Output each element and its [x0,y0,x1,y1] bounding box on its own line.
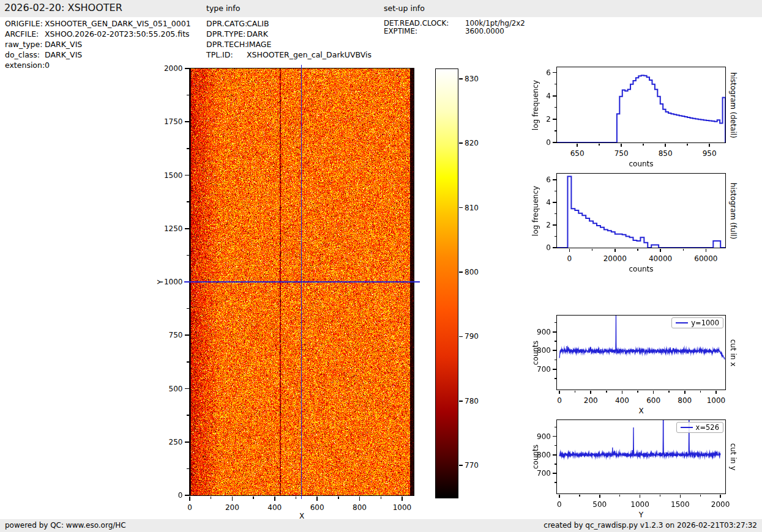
x-tick-label: 0 [567,254,572,264]
tick-mark [653,391,654,394]
x-tick-label: 750 [614,149,629,158]
tick-mark [232,497,233,501]
tick-mark [553,224,556,226]
tick-mark [185,228,189,229]
tick-mark [187,415,189,415]
tick-mark [715,391,717,394]
y-tick-label: 4 [546,198,551,207]
tick-mark [187,148,189,149]
x-tick-label: 800 [678,396,692,405]
y-tick-label: 1250 [164,224,183,234]
footer-band: powered by QC: www.eso.org/HC created by… [0,519,762,532]
y-tick-label: 0 [546,243,551,253]
tick-mark [555,482,556,482]
tick-mark [381,497,381,499]
histogram-detail-plot [556,67,726,143]
y-tick-label: 1000 [164,277,183,287]
tick-mark [185,68,189,69]
x-tick-label: 400 [267,503,282,512]
tick-mark [296,497,296,499]
tick-mark [700,495,701,497]
x-tick-label: 500 [592,500,607,509]
x-axis-label: X [638,406,643,416]
tick-mark [185,441,189,443]
colorbar-tick-label: 830 [465,74,479,84]
tick-mark [680,495,681,498]
tick-mark [640,495,641,498]
tick-mark [700,391,701,393]
tick-mark [660,249,661,253]
tick-mark [555,341,556,341]
histogram-detail-canvas [557,67,725,142]
x-tick-label: 650 [570,149,585,158]
colorbar-tick-label: 810 [465,203,479,213]
y-tick-label: 4 [546,91,551,101]
tick-mark [459,142,463,144]
tick-mark [555,107,556,108]
tick-mark [621,144,622,147]
tick-mark [553,436,556,437]
tick-mark [720,495,721,498]
x-tick-label: 1000 [393,503,412,512]
y-axis-label: counts [531,445,540,469]
tick-mark [606,391,607,393]
x-tick-label: 1000 [630,500,649,509]
tick-mark [553,179,556,180]
y-tick-label: 6 [546,68,551,78]
tick-mark [187,468,189,469]
tick-mark [553,331,556,333]
legend-line-sample [681,427,693,428]
tick-mark [643,144,643,146]
tick-mark [185,495,189,496]
right-axis-label: cut in y [728,443,738,471]
colorbar-tick-label: 770 [465,460,479,470]
tick-mark [665,144,666,147]
tick-mark [555,191,556,191]
x-tick-label: 2000 [711,500,730,509]
tick-mark [187,255,189,256]
tick-mark [553,119,556,120]
y-tick-label: 700 [537,468,551,478]
tick-mark [569,249,570,253]
crosshair-horizontal-line [184,281,420,283]
x-axis-label: counts [629,159,653,169]
tick-mark [187,361,189,362]
x-tick-label: 0 [557,500,562,509]
tick-mark [185,388,189,390]
right-axis-label: histogram (detail) [728,72,738,138]
tick-mark [555,464,556,464]
tick-mark [185,121,189,122]
tick-mark [211,497,211,499]
tick-mark [555,130,556,131]
y-axis-label: counts [531,340,540,364]
y-tick-label: 2 [546,220,551,230]
y-axis-label: log frequency [531,185,540,235]
x-tick-label: 60000 [694,254,717,264]
legend-line-sample [676,322,688,323]
tick-mark [579,495,580,497]
x-tick-label: 600 [646,396,660,405]
colorbar-tick-label: 820 [465,138,479,148]
tick-mark [553,350,556,351]
x-tick-label: 800 [353,503,367,512]
tick-mark [553,142,556,143]
tick-mark [559,495,560,498]
tick-mark [316,497,318,501]
y-tick-label: 900 [537,432,551,441]
colorbar-tick-label: 800 [465,267,479,277]
tick-mark [555,445,556,446]
tick-mark [553,202,556,203]
y-tick-label: 2000 [164,64,183,73]
y-tick-label: 900 [537,327,551,337]
tick-mark [555,378,556,379]
footer-powered-by: powered by QC: www.eso.org/HC [5,519,126,532]
colorbar [435,68,458,498]
tick-mark [459,272,463,273]
tick-mark [553,473,556,474]
x-tick-label: 0 [557,396,562,405]
tick-mark [660,495,660,497]
x-tick-label: 0 [187,503,192,512]
tick-mark [622,391,623,394]
tick-mark [459,465,463,466]
x-tick-label: 600 [310,503,324,512]
